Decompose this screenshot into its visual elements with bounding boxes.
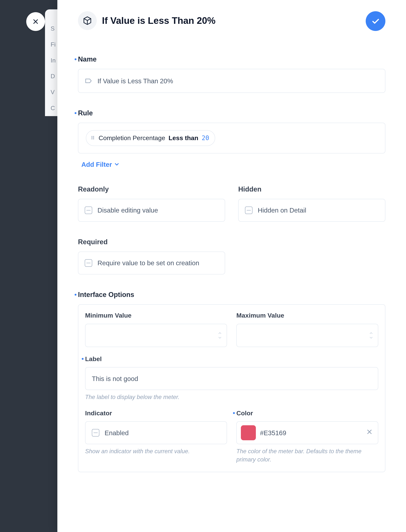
readonly-label: Readonly	[78, 185, 225, 194]
cube-icon	[78, 11, 97, 30]
max-value-label: Maximum Value	[236, 311, 378, 320]
hidden-toggle[interactable]: Hidden on Detail	[238, 199, 385, 222]
indicator-hint: Show an indicator with the current value…	[85, 447, 227, 455]
interface-options-panel: Minimum Value Maximum Value	[78, 304, 385, 472]
color-swatch[interactable]	[241, 425, 256, 440]
svg-point-4	[92, 139, 92, 139]
required-toggle[interactable]: Require value to be set on creation	[78, 251, 225, 274]
color-label: Color	[236, 409, 253, 418]
chevron-up-icon	[217, 331, 223, 335]
label-field-label: Label	[85, 355, 102, 363]
label-input[interactable]: This is not good	[85, 367, 378, 390]
svg-point-3	[93, 137, 94, 138]
svg-point-2	[92, 137, 92, 138]
name-value: If Value is Less Than 20%	[97, 76, 379, 86]
drag-handle-icon	[90, 133, 95, 143]
close-icon	[366, 428, 373, 435]
rule-label: Rule	[78, 108, 93, 118]
max-value-input[interactable]	[236, 324, 378, 347]
color-hint: The color of the meter bar. Defaults to …	[236, 447, 378, 464]
page-title: If Value is Less Than 20%	[102, 14, 216, 27]
interface-options-label: Interface Options	[78, 290, 134, 299]
checkbox-indeterminate-icon	[92, 429, 99, 436]
add-filter-button[interactable]: Add Filter	[81, 160, 120, 169]
required-label: Required	[78, 237, 225, 247]
color-input[interactable]: #E35169	[236, 421, 378, 444]
min-value-label: Minimum Value	[85, 311, 227, 320]
svg-point-1	[93, 136, 94, 137]
readonly-text: Disable editing value	[97, 206, 218, 215]
clear-color-button[interactable]	[366, 428, 373, 437]
name-label: Name	[78, 54, 96, 64]
checkbox-indeterminate-icon	[85, 207, 92, 214]
chevron-up-icon	[369, 331, 374, 335]
chevron-down-icon	[114, 161, 120, 167]
label-value: This is not good	[92, 374, 371, 383]
svg-point-5	[93, 139, 94, 139]
min-value-input[interactable]	[85, 324, 227, 347]
drawer-panel: If Value is Less Than 20% Name If Value …	[57, 0, 406, 532]
readonly-toggle[interactable]: Disable editing value	[78, 199, 225, 222]
rule-builder: Completion Percentage Less than 20	[78, 123, 385, 154]
rule-chip[interactable]: Completion Percentage Less than 20	[86, 130, 215, 146]
indicator-toggle[interactable]: Enabled	[85, 421, 227, 444]
checkbox-indeterminate-icon	[85, 259, 92, 267]
svg-point-0	[92, 136, 92, 137]
rule-value: 20	[202, 134, 209, 142]
rule-operator: Less than	[168, 133, 198, 143]
chevron-down-icon	[369, 336, 374, 340]
label-hint: The label to display below the meter.	[85, 393, 378, 401]
chevron-down-icon	[217, 336, 223, 340]
confirm-button[interactable]	[366, 11, 385, 31]
rule-field-name: Completion Percentage	[99, 133, 165, 143]
close-button[interactable]	[26, 12, 45, 31]
checkbox-indeterminate-icon	[245, 207, 253, 214]
hidden-label: Hidden	[238, 185, 385, 194]
indicator-value: Enabled	[105, 428, 220, 437]
tag-icon	[85, 77, 92, 85]
hidden-text: Hidden on Detail	[258, 206, 379, 215]
required-text: Require value to be set on creation	[97, 258, 218, 267]
color-value: #E35169	[260, 428, 362, 437]
name-input[interactable]: If Value is Less Than 20%	[78, 69, 385, 93]
indicator-label: Indicator	[85, 409, 227, 418]
